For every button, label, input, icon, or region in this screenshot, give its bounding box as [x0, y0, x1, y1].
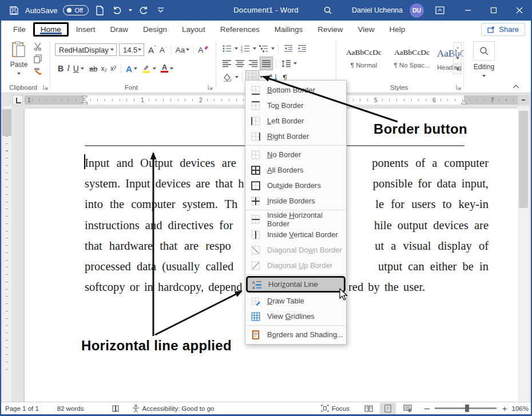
focus-button[interactable]: Focus — [316, 402, 355, 415]
strikethrough-button[interactable]: ab — [88, 62, 99, 75]
grow-font-button[interactable]: Aˆ — [146, 43, 158, 56]
underline-dropdown-icon[interactable] — [81, 67, 84, 70]
increase-indent-button[interactable] — [296, 42, 308, 55]
undo-dropdown-icon[interactable] — [129, 9, 132, 11]
menu-item-outside-borders[interactable]: Outside Borders — [245, 178, 346, 193]
right-indent-marker[interactable] — [460, 100, 467, 105]
editing-button[interactable]: Editing — [471, 41, 497, 79]
copy-icon[interactable] — [33, 54, 42, 63]
menu-item-right-border[interactable]: Right Border — [245, 129, 346, 144]
tab-selector[interactable] — [13, 95, 23, 105]
customize-toolbar-icon[interactable] — [155, 5, 166, 16]
styles-more-button[interactable] — [453, 64, 462, 74]
highlight-button[interactable] — [140, 62, 153, 75]
ribbon-display-options-icon[interactable] — [434, 5, 446, 16]
clear-formatting-button[interactable]: A — [196, 43, 211, 56]
menu-item-inside-vertical-border[interactable]: Inside Vertical Border — [245, 227, 346, 242]
tab-file[interactable]: File — [6, 22, 33, 37]
redo-icon[interactable] — [138, 5, 149, 16]
autosave-toggle[interactable]: Off — [63, 5, 88, 15]
word-count[interactable]: 82 words — [52, 402, 89, 415]
font-size-combo[interactable]: 14.5 — [119, 43, 144, 56]
print-layout-button[interactable] — [380, 403, 396, 414]
vertical-ruler[interactable] — [2, 106, 11, 402]
vertical-scrollbar[interactable] — [518, 106, 529, 402]
decrease-indent-button[interactable] — [282, 42, 295, 55]
underline-button[interactable]: U — [72, 62, 81, 75]
tab-mailings[interactable]: Mailings — [267, 22, 311, 37]
styles-dialog-launcher[interactable] — [455, 84, 462, 90]
menu-item-view-gridlines[interactable]: View Gridlines — [245, 309, 346, 324]
scrollbar-thumb[interactable] — [519, 111, 528, 208]
zoom-slider[interactable] — [435, 407, 497, 409]
tab-review[interactable]: Review — [310, 22, 350, 37]
menu-item-left-border[interactable]: Left Border — [245, 113, 346, 129]
style-card-normal[interactable]: AaBbCcDc¶ Normal — [341, 42, 387, 74]
accessibility-status[interactable]: Accessibility: Good to go — [127, 402, 220, 415]
shading-button[interactable] — [221, 71, 234, 83]
zoom-level[interactable]: 106% — [508, 405, 529, 412]
menu-item-no-border[interactable]: No Border — [245, 147, 346, 162]
text-effects-button[interactable]: A — [124, 62, 134, 75]
align-left-button[interactable] — [221, 57, 233, 70]
indent-markers[interactable] — [81, 95, 88, 105]
clipboard-dialog-launcher[interactable] — [42, 84, 49, 90]
tab-layout[interactable]: Layout — [174, 22, 213, 37]
maximize-button[interactable] — [481, 0, 506, 21]
tab-references[interactable]: References — [213, 22, 267, 37]
avatar[interactable]: DU — [410, 3, 424, 18]
collapse-ribbon-button[interactable] — [513, 82, 519, 90]
close-button[interactable] — [506, 0, 532, 21]
tab-insert[interactable]: Insert — [69, 22, 103, 37]
menu-item-borders-and-shading[interactable]: Borders and Shading... — [245, 327, 346, 342]
zoom-in-button[interactable]: + — [501, 406, 508, 411]
bullets-button[interactable] — [221, 42, 233, 55]
user-name[interactable]: Daniel Uchenna — [352, 6, 403, 14]
tab-home[interactable]: Home — [33, 22, 69, 37]
web-layout-button[interactable] — [399, 403, 415, 414]
share-button[interactable]: Share — [481, 23, 525, 36]
align-center-button[interactable] — [234, 57, 246, 70]
justify-button[interactable] — [260, 57, 272, 70]
bold-button[interactable]: B — [56, 62, 65, 75]
proofing-icon[interactable] — [106, 402, 125, 415]
menu-item-top-border[interactable]: Top Border — [245, 98, 346, 113]
italic-button[interactable]: I — [65, 62, 72, 75]
search-icon[interactable] — [322, 5, 334, 16]
tab-help[interactable]: Help — [382, 22, 413, 37]
styles-scroll-down-button[interactable] — [453, 53, 462, 63]
styles-scroll-up-button[interactable] — [453, 42, 462, 53]
numbering-button[interactable]: 123 — [239, 42, 252, 55]
change-case-button[interactable]: Aa — [174, 43, 192, 56]
style-card-no-spac[interactable]: AaBbCcDc¶ No Spac... — [389, 42, 435, 74]
menu-item-inside-borders[interactable]: Inside Borders — [245, 193, 346, 209]
cut-icon[interactable] — [33, 42, 42, 51]
font-dialog-launcher[interactable] — [207, 84, 213, 90]
tab-draw[interactable]: Draw — [103, 22, 136, 37]
font-name-combo[interactable]: RedHatDisplay — [55, 43, 117, 56]
menu-item-all-borders[interactable]: All Borders — [245, 162, 346, 178]
new-document-icon[interactable] — [94, 5, 106, 16]
save-icon[interactable] — [8, 5, 19, 16]
read-mode-button[interactable] — [360, 403, 376, 414]
menu-item-horizontal-line[interactable]: AAHorizontal Line — [246, 276, 346, 293]
undo-icon[interactable] — [112, 5, 123, 16]
format-painter-icon[interactable] — [33, 67, 42, 76]
font-color-button[interactable]: A — [159, 62, 170, 75]
page-indicator[interactable]: Page 1 of 1 — [0, 402, 44, 415]
borders-dropdown-icon[interactable] — [260, 76, 263, 78]
zoom-out-button[interactable] — [423, 405, 430, 412]
menu-item-inside-horizontal-border[interactable]: Inside Horizontal Border — [245, 211, 346, 227]
line-spacing-button[interactable] — [280, 57, 292, 70]
tab-design[interactable]: Design — [136, 22, 174, 37]
menu-item-bottom-border[interactable]: Bottom Border — [245, 82, 346, 98]
subscript-button[interactable]: x₂ — [99, 62, 109, 75]
scroll-up-button[interactable] — [518, 95, 529, 105]
align-right-button[interactable] — [247, 57, 259, 70]
paste-button[interactable]: Paste — [7, 41, 31, 77]
tab-view[interactable]: View — [350, 22, 382, 37]
minimize-button[interactable] — [455, 0, 481, 21]
multilevel-list-button[interactable] — [257, 42, 270, 55]
shrink-font-button[interactable]: Aˇ — [158, 43, 169, 56]
zoom-slider-thumb[interactable] — [465, 405, 469, 412]
